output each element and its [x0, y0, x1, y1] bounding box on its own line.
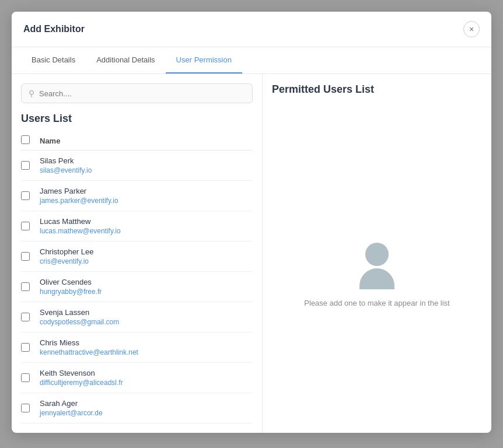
modal-overlay: Add Exhibitor × Basic Details Additional… [0, 0, 503, 448]
user-info: Sarah Ager jennyalert@arcor.de [40, 399, 103, 417]
select-all-checkbox[interactable] [21, 135, 30, 144]
left-panel: ⚲ Users List Name Silas Perk [12, 74, 263, 433]
modal-title: Add Exhibitor [23, 24, 85, 34]
user-checkbox[interactable] [21, 222, 30, 230]
table-row[interactable]: Chris Miess kennethattractive@earthlink.… [21, 332, 253, 363]
users-list: Silas Perk silas@eventify.io James Parke… [21, 150, 253, 424]
table-row[interactable]: Silas Perk silas@eventify.io [21, 150, 253, 181]
user-email: cris@eventify.io [40, 257, 94, 265]
search-input[interactable] [39, 89, 245, 98]
user-checkbox[interactable] [21, 252, 30, 261]
add-exhibitor-modal: Add Exhibitor × Basic Details Additional… [12, 12, 491, 433]
user-checkbox[interactable] [21, 373, 30, 382]
user-checkbox[interactable] [21, 404, 30, 412]
user-checkbox-wrapper[interactable] [21, 343, 40, 352]
user-info: Svenja Lassen codyspotless@gmail.com [40, 308, 119, 326]
user-name: Oliver Csendes [40, 278, 102, 286]
user-checkbox-wrapper[interactable] [21, 282, 40, 291]
user-info: Christopher Lee cris@eventify.io [40, 247, 94, 265]
users-list-title: Users List [21, 113, 253, 125]
user-email: jennyalert@arcor.de [40, 409, 103, 417]
modal-header: Add Exhibitor × [12, 12, 491, 47]
user-checkbox[interactable] [21, 313, 30, 321]
user-name: Lucas Matthew [40, 217, 121, 226]
user-info: Lucas Matthew lucas.mathew@eventify.io [40, 217, 121, 235]
table-row[interactable]: Svenja Lassen codyspotless@gmail.com [21, 302, 253, 332]
user-checkbox[interactable] [21, 282, 30, 291]
table-row[interactable]: Oliver Csendes hungryabby@free.fr [21, 272, 253, 302]
tabs-container: Basic Details Additional Details User Pe… [12, 47, 491, 74]
select-all-checkbox-wrapper[interactable] [21, 135, 40, 146]
column-name-header: Name [40, 136, 60, 145]
empty-avatar-icon [359, 243, 394, 289]
user-email: silas@eventify.io [40, 166, 92, 174]
user-checkbox-wrapper[interactable] [21, 191, 40, 200]
permitted-list-title: Permitted Users List [272, 83, 374, 96]
user-checkbox-wrapper[interactable] [21, 404, 40, 412]
user-checkbox-wrapper[interactable] [21, 222, 40, 230]
user-checkbox[interactable] [21, 161, 30, 170]
modal-body: ⚲ Users List Name Silas Perk [12, 74, 491, 433]
table-row[interactable]: Christopher Lee cris@eventify.io [21, 242, 253, 272]
user-name: Silas Perk [40, 156, 92, 165]
user-checkbox-wrapper[interactable] [21, 373, 40, 382]
user-info: Silas Perk silas@eventify.io [40, 156, 92, 174]
user-email: hungryabby@free.fr [40, 288, 102, 296]
user-name: Sarah Ager [40, 399, 103, 408]
close-button[interactable]: × [463, 21, 480, 37]
user-checkbox-wrapper[interactable] [21, 313, 40, 321]
user-info: James Parker james.parker@eventify.io [40, 187, 118, 205]
search-icon: ⚲ [29, 89, 34, 98]
table-row[interactable]: Sarah Ager jennyalert@arcor.de [21, 393, 253, 424]
user-name: Chris Miess [40, 338, 138, 347]
user-info: Keith Stevenson difficultjeremy@aliceads… [40, 369, 123, 387]
user-info: Chris Miess kennethattractive@earthlink.… [40, 338, 138, 356]
table-header: Name [21, 132, 253, 150]
empty-state: Please add one to make it appear in the … [272, 103, 482, 424]
avatar-body [359, 268, 394, 289]
avatar-head [365, 243, 389, 266]
user-email: lucas.mathew@eventify.io [40, 227, 121, 235]
user-email: difficultjeremy@aliceadsl.fr [40, 379, 123, 387]
user-name: Christopher Lee [40, 247, 94, 256]
search-box: ⚲ [21, 83, 253, 103]
tab-additional-details[interactable]: Additional Details [86, 47, 165, 74]
user-name: Svenja Lassen [40, 308, 119, 317]
user-checkbox[interactable] [21, 343, 30, 352]
table-row[interactable]: Lucas Matthew lucas.mathew@eventify.io [21, 211, 253, 242]
empty-state-text: Please add one to make it appear in the … [304, 299, 449, 307]
user-name: Keith Stevenson [40, 369, 123, 377]
tab-user-permission[interactable]: User Permission [166, 47, 242, 74]
user-name: James Parker [40, 187, 118, 195]
right-panel: Permitted Users List Please add one to m… [263, 74, 491, 433]
user-email: codyspotless@gmail.com [40, 318, 119, 326]
user-email: james.parker@eventify.io [40, 197, 118, 205]
user-checkbox-wrapper[interactable] [21, 161, 40, 170]
table-row[interactable]: James Parker james.parker@eventify.io [21, 181, 253, 211]
tab-basic-details[interactable]: Basic Details [21, 47, 86, 74]
user-checkbox-wrapper[interactable] [21, 252, 40, 261]
user-checkbox[interactable] [21, 191, 30, 200]
table-row[interactable]: Keith Stevenson difficultjeremy@aliceads… [21, 363, 253, 393]
user-info: Oliver Csendes hungryabby@free.fr [40, 278, 102, 296]
user-email: kennethattractive@earthlink.net [40, 348, 138, 356]
